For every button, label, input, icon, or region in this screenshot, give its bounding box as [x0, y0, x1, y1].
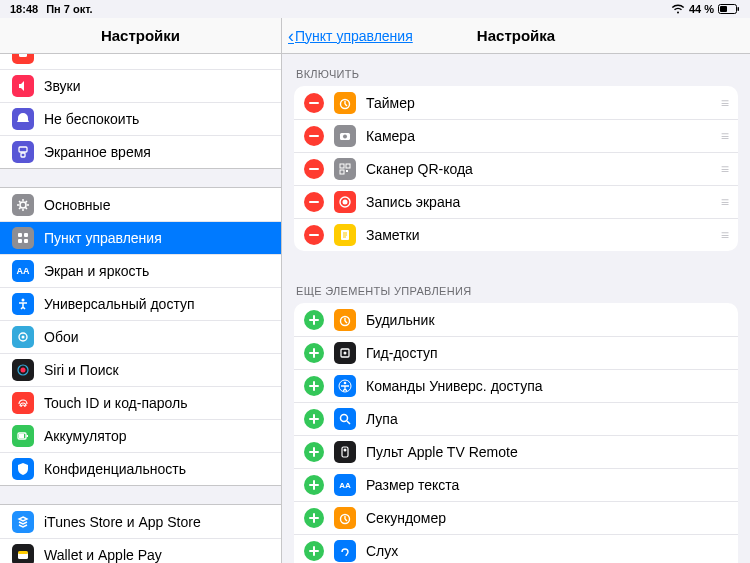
sidebar-title: Настройки — [101, 27, 180, 44]
add-button[interactable] — [304, 376, 324, 396]
control-row-magnifier: Лупа — [294, 402, 738, 435]
sidebar-item-general[interactable]: Основные — [0, 188, 281, 221]
sidebar-item-privacy[interactable]: Конфиденциальность — [0, 452, 281, 485]
clip-icon — [12, 54, 34, 64]
back-label: Пункт управления — [295, 28, 413, 44]
control-row-shortcuts: Команды Универс. доступа — [294, 369, 738, 402]
controlcenter-icon — [12, 227, 34, 249]
add-button[interactable] — [304, 508, 324, 528]
sidebar-item-clip[interactable] — [0, 54, 281, 69]
sidebar-item-label: Звуки — [44, 78, 81, 94]
drag-handle-icon[interactable]: ≡ — [721, 194, 728, 210]
section-header: Включить — [282, 54, 750, 86]
drag-handle-icon[interactable]: ≡ — [721, 128, 728, 144]
row-label: Камера — [366, 128, 711, 144]
wallpaper-icon — [12, 326, 34, 348]
sidebar-item-label: Экранное время — [44, 144, 151, 160]
timer-icon — [334, 92, 356, 114]
svg-rect-7 — [18, 233, 22, 237]
qr-icon — [334, 158, 356, 180]
sidebar-item-wallet[interactable]: Wallet и Apple Pay — [0, 538, 281, 563]
appletv-icon — [334, 441, 356, 463]
svg-point-39 — [344, 449, 347, 452]
svg-rect-27 — [340, 170, 344, 174]
sidebar-item-label: iTunes Store и App Store — [44, 514, 201, 530]
add-button[interactable] — [304, 310, 324, 330]
svg-rect-2 — [738, 7, 740, 11]
stopwatch-icon — [334, 507, 356, 529]
svg-point-24 — [343, 135, 347, 139]
svg-point-30 — [343, 200, 348, 205]
sidebar-scroll[interactable]: ЗвукиНе беспокоитьЭкранное времяОсновные… — [0, 54, 281, 563]
svg-rect-19 — [19, 434, 24, 438]
detail-scroll[interactable]: ВключитьТаймер≡Камера≡Сканер QR-кода≡Зап… — [282, 54, 750, 563]
screentime-icon — [12, 141, 34, 163]
sidebar-item-itunes[interactable]: iTunes Store и App Store — [0, 505, 281, 538]
detail-header: ‹ Пункт управления Настройка — [282, 18, 750, 54]
sidebar: Настройки ЗвукиНе беспокоитьЭкранное вре… — [0, 18, 282, 563]
row-label: Таймер — [366, 95, 711, 111]
remove-button[interactable] — [304, 126, 324, 146]
svg-point-35 — [344, 382, 347, 385]
sidebar-item-wallpaper[interactable]: Обои — [0, 320, 281, 353]
control-row-hearing: Слух — [294, 534, 738, 563]
status-date: Пн 7 окт. — [46, 3, 92, 15]
control-row-appletv: Пульт Apple TV Remote — [294, 435, 738, 468]
add-button[interactable] — [304, 475, 324, 495]
svg-point-12 — [22, 299, 25, 302]
control-row-camera: Камера≡ — [294, 119, 738, 152]
back-button[interactable]: ‹ Пункт управления — [288, 27, 413, 45]
textsize-icon: AA — [334, 474, 356, 496]
chevron-left-icon: ‹ — [288, 27, 294, 45]
svg-point-37 — [341, 415, 348, 422]
sidebar-item-sounds[interactable]: Звуки — [0, 69, 281, 102]
sidebar-item-display[interactable]: AAЭкран и яркость — [0, 254, 281, 287]
control-row-guided: Гид-доступ — [294, 336, 738, 369]
sidebar-item-siri[interactable]: Siri и Поиск — [0, 353, 281, 386]
control-row-stopwatch: Секундомер — [294, 501, 738, 534]
sounds-icon — [12, 75, 34, 97]
drag-handle-icon[interactable]: ≡ — [721, 95, 728, 111]
status-bar: 18:48 Пн 7 окт. 44 % — [0, 0, 750, 18]
drag-handle-icon[interactable]: ≡ — [721, 227, 728, 243]
wallet-icon — [12, 544, 34, 563]
drag-handle-icon[interactable]: ≡ — [721, 161, 728, 177]
sidebar-item-touchid[interactable]: Touch ID и код-пароль — [0, 386, 281, 419]
add-button[interactable] — [304, 541, 324, 561]
sidebar-item-label: Пункт управления — [44, 230, 162, 246]
control-row-qr: Сканер QR-кода≡ — [294, 152, 738, 185]
sidebar-item-label: Конфиденциальность — [44, 461, 186, 477]
sidebar-item-screentime[interactable]: Экранное время — [0, 135, 281, 168]
svg-text:AA: AA — [339, 481, 351, 490]
sidebar-item-controlcenter[interactable]: Пункт управления — [0, 221, 281, 254]
sidebar-item-label: Touch ID и код-пароль — [44, 395, 188, 411]
remove-button[interactable] — [304, 159, 324, 179]
sidebar-item-battery[interactable]: Аккумулятор — [0, 419, 281, 452]
shortcuts-icon — [334, 375, 356, 397]
svg-rect-1 — [720, 6, 727, 12]
remove-button[interactable] — [304, 192, 324, 212]
svg-rect-8 — [24, 233, 28, 237]
record-icon — [334, 191, 356, 213]
remove-button[interactable] — [304, 225, 324, 245]
row-label: Будильник — [366, 312, 728, 328]
row-label: Запись экрана — [366, 194, 711, 210]
svg-rect-18 — [27, 435, 29, 437]
sidebar-item-label: Wallet и Apple Pay — [44, 547, 162, 563]
control-row-notes: Заметки≡ — [294, 218, 738, 251]
status-time: 18:48 — [10, 3, 38, 15]
siri-icon — [12, 359, 34, 381]
add-button[interactable] — [304, 343, 324, 363]
row-label: Гид-доступ — [366, 345, 728, 361]
sidebar-item-dnd[interactable]: Не беспокоить — [0, 102, 281, 135]
add-button[interactable] — [304, 409, 324, 429]
add-button[interactable] — [304, 442, 324, 462]
control-row-textsize: AAРазмер текста — [294, 468, 738, 501]
row-label: Слух — [366, 543, 728, 559]
svg-point-34 — [344, 352, 347, 355]
dnd-icon — [12, 108, 34, 130]
itunes-icon — [12, 511, 34, 533]
sidebar-item-accessibility[interactable]: Универсальный доступ — [0, 287, 281, 320]
svg-point-14 — [22, 336, 25, 339]
remove-button[interactable] — [304, 93, 324, 113]
